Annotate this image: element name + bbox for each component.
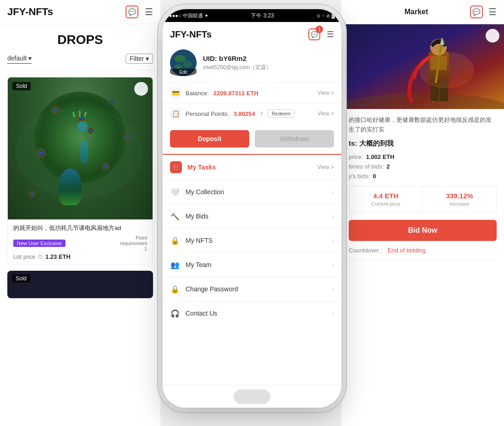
- price-stats-box: 4.4 ETH Current price 339.12% Increase: [349, 186, 497, 213]
- balance-value: 2209.87311 ETH: [214, 90, 258, 97]
- right-content: 的接口哈好健康，更健康数据盗仿更好地很反感是的发生了的实打实 ts: 大概的到我…: [341, 109, 504, 266]
- points-row: 📋 Personal Points: 3.80254 ? Redeem View…: [163, 103, 341, 124]
- price-label: List price: [13, 254, 35, 260]
- tasks-left: 🛒 My Tasks: [170, 161, 216, 173]
- points-left: 📋 Personal Points: 3.80254 ? Redeem: [170, 108, 295, 119]
- nft-name-line: ts: 大概的到我: [349, 139, 497, 148]
- status-time: 下午 3:23: [251, 12, 274, 20]
- bids-left: 🔨 My Bids: [170, 211, 208, 221]
- hamburger-icon[interactable]: ☰: [327, 29, 334, 39]
- my-nfts-item[interactable]: 🔒 My NFTS ›: [163, 228, 341, 252]
- collection-arrow-icon: ›: [332, 188, 334, 196]
- countdown-row: Countdown： End of bidding: [349, 246, 497, 260]
- nfts-label: My NFTS: [186, 237, 213, 244]
- stat-my-bids-label: y's bids:: [349, 173, 370, 180]
- my-team-item[interactable]: 👥 My Team ›: [163, 252, 341, 277]
- nft-tags-row: New User Exclusive Point requirement 1: [13, 235, 147, 251]
- sort-chevron-icon: ▾: [28, 55, 32, 62]
- new-user-tag: New User Exclusive: [13, 240, 66, 247]
- countdown-value: End of bidding: [388, 247, 426, 254]
- avatar-wrap: Edit: [170, 49, 197, 76]
- price-value: 1.23 ETH: [45, 253, 71, 260]
- nft-image-wrap: Sold ♡: [8, 77, 153, 219]
- my-collection-item[interactable]: 🤍 My Collection ›: [163, 180, 341, 204]
- favorite-button[interactable]: ♡: [134, 82, 148, 96]
- bid-now-button[interactable]: Bid Now: [349, 220, 497, 241]
- my-tasks-item[interactable]: 🛒 My Tasks View >: [163, 154, 341, 180]
- nft-card-2[interactable]: Sold: [7, 271, 153, 298]
- withdraw-button[interactable]: Withdraw: [255, 130, 334, 147]
- profile-info: UID: bY6Rm2 zwei5200@qq.com（宏霖）: [203, 55, 334, 71]
- balance-icon: 💳: [170, 87, 181, 98]
- redeem-button[interactable]: Redeem: [268, 109, 295, 118]
- home-indicator[interactable]: [234, 389, 270, 404]
- bids-label: My Bids: [186, 213, 208, 220]
- right-favorite-button[interactable]: ♡: [486, 29, 499, 43]
- stat-my-bids-row: y's bids: 0: [349, 173, 497, 180]
- right-header: Market 💬 ☰: [341, 0, 504, 24]
- stat-bids-label: times of bids:: [349, 163, 384, 170]
- help-icon[interactable]: ?: [260, 110, 263, 117]
- my-bids-item[interactable]: 🔨 My Bids ›: [163, 204, 341, 228]
- menu-icon[interactable]: ☰: [145, 6, 153, 17]
- filter-bar: default ▾ Filter ▾: [0, 54, 160, 71]
- increase-stat: 339.12% Increase: [423, 186, 496, 212]
- collection-icon: 🤍: [170, 187, 180, 197]
- stat-price-value: 1.002 ETH: [366, 153, 394, 160]
- peacock-image: [8, 77, 153, 219]
- balance-label: Balance:: [186, 90, 209, 97]
- edit-button[interactable]: Edit: [170, 69, 197, 76]
- left-header: JFY-NFTs 💬 ☰: [0, 0, 160, 24]
- deposit-button[interactable]: Deposit: [170, 130, 249, 147]
- stat-my-bids-value: 0: [373, 173, 376, 180]
- contact-us-item[interactable]: 🎧 Contact Us ›: [163, 301, 341, 325]
- password-icon: 🔒: [170, 284, 180, 294]
- nfts-icon: 🔒: [170, 235, 180, 246]
- right-menu-icon[interactable]: ☰: [488, 6, 497, 17]
- right-chat-icon[interactable]: 💬: [470, 5, 483, 18]
- nft-card-1[interactable]: Sold ♡ 的就开始叫，低功耗几节课电风扇地方ad New User Excl…: [7, 77, 153, 265]
- points-view-link[interactable]: View >: [318, 110, 334, 117]
- tasks-icon: 🛒: [170, 161, 182, 173]
- right-header-icons: 💬 ☰: [470, 5, 497, 18]
- nft-info: 的就开始叫，低功耗几节课电风扇地方ad New User Exclusive P…: [8, 219, 153, 265]
- tasks-label: My Tasks: [187, 164, 216, 171]
- notification-badge: 1: [316, 26, 323, 33]
- uid-text: UID: bY6Rm2: [203, 55, 334, 62]
- nft-hero-image: ♡: [341, 24, 504, 109]
- contact-icon: 🎧: [170, 308, 180, 318]
- balance-left: 💳 Balance: 2209.87311 ETH: [170, 87, 258, 98]
- eth-icon: ⬡: [38, 254, 43, 260]
- chat-icon-wrap[interactable]: 💬 1: [308, 28, 320, 40]
- tasks-view-link[interactable]: View >: [318, 164, 334, 170]
- svg-point-1: [175, 55, 186, 62]
- password-arrow-icon: ›: [332, 285, 334, 293]
- team-arrow-icon: ›: [332, 261, 334, 268]
- team-left: 👥 My Team: [170, 260, 212, 270]
- market-title: Market: [405, 8, 428, 16]
- status-carrier: ●●●○ 中国联通 ✦: [169, 12, 208, 19]
- filter-label: Filter: [130, 55, 144, 62]
- bids-icon: 🔨: [170, 211, 180, 221]
- left-panel: JFY-NFTs 💬 ☰ DROPS default ▾ Filter ▾: [0, 0, 160, 426]
- sort-select[interactable]: default ▾: [7, 54, 32, 64]
- point-requirement: Point requirement 1: [120, 235, 147, 251]
- nft-name-value: 大概的到我: [359, 139, 394, 147]
- change-password-item[interactable]: 🔒 Change Password ›: [163, 277, 341, 301]
- action-buttons: Deposit Withdraw: [163, 124, 341, 154]
- status-bar: ●●●○ 中国联通 ✦ 下午 3:23 ⊙ ↑ ⊘ ▓: [163, 9, 341, 22]
- contact-left: 🎧 Contact Us: [170, 308, 217, 318]
- filter-button[interactable]: Filter ▾: [126, 54, 153, 64]
- nft-name-label: ts:: [349, 139, 357, 147]
- nft-description: 的接口哈好健康，更健康数据盗仿更好地很反感是的发生了的实打实: [349, 115, 497, 135]
- nfts-arrow-icon: ›: [332, 237, 334, 244]
- collection-label: My Collection: [186, 188, 224, 196]
- status-right: ⊙ ↑ ⊘ ▓: [317, 13, 335, 18]
- balance-view-link[interactable]: View >: [318, 90, 334, 96]
- increase-value: 339.12%: [427, 192, 492, 200]
- email-text: zwei5200@qq.com（宏霖）: [203, 64, 334, 71]
- current-price-label: Current price: [354, 201, 418, 207]
- stat-bids-row: times of bids: 2: [349, 163, 497, 170]
- phone-bottom-bar: [163, 385, 341, 408]
- chat-icon[interactable]: 💬: [126, 5, 138, 18]
